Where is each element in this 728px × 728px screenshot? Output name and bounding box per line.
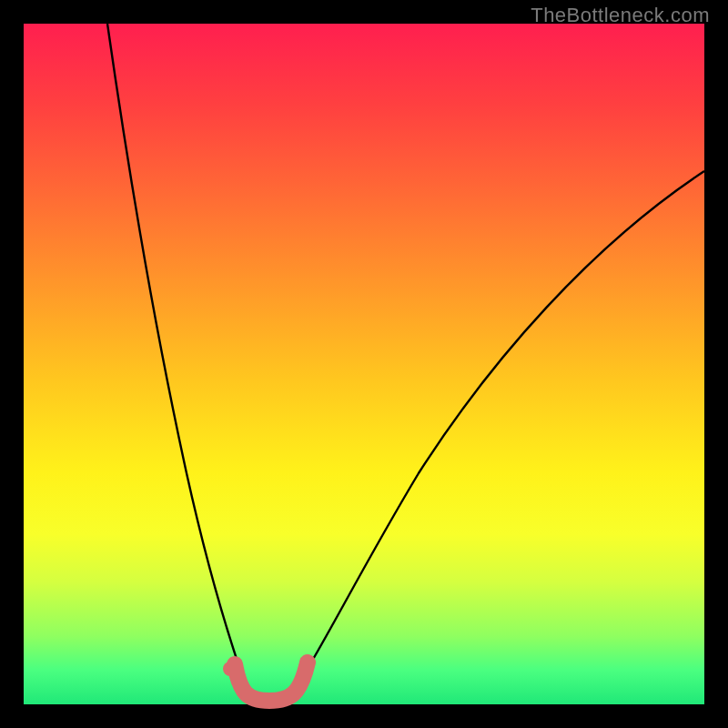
bottleneck-curve-left bbox=[107, 24, 244, 681]
bottleneck-curve-right bbox=[300, 171, 704, 681]
chart-curves-layer bbox=[0, 0, 728, 728]
optimal-marker-u bbox=[235, 662, 308, 701]
